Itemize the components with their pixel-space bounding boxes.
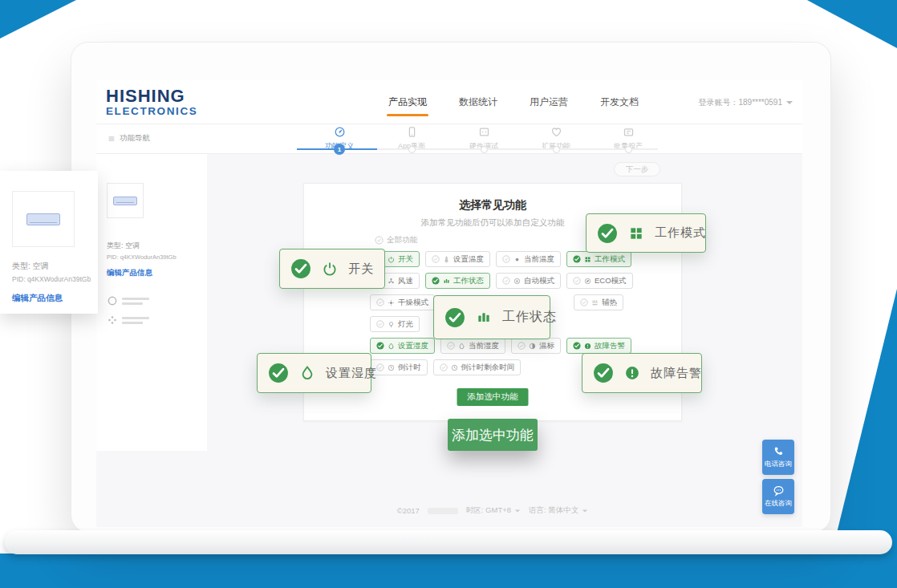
feature-chip[interactable]: 工作模式	[566, 251, 631, 267]
callout-label: 设置湿度	[326, 366, 377, 381]
auto-icon	[513, 278, 521, 285]
nav-item[interactable]: 用户运营	[528, 91, 570, 114]
brand-logo-line1: HISHING	[106, 87, 197, 105]
uncheck-circle-icon	[432, 255, 440, 263]
brand-logo-line2: ELECTRONICS	[106, 106, 197, 117]
phone-icon	[406, 126, 418, 138]
wizard-main: 类型: 空调 PID: q4KXWodurAn39tGb 编辑产品信息 下一步 …	[96, 154, 802, 527]
product-thumbnail	[107, 183, 144, 218]
feature-callout-2: 工作模式	[586, 213, 706, 253]
voice-service-badge-2[interactable]	[107, 314, 149, 326]
air-conditioner-image	[26, 213, 60, 225]
check-circle-icon	[593, 363, 614, 383]
alert-icon	[624, 365, 640, 381]
feature-chip[interactable]: 辅热	[574, 294, 623, 310]
feature-chip-label: 设置温度	[453, 254, 484, 265]
select-all-checkbox[interactable]: 全部功能	[375, 235, 417, 245]
next-step-button[interactable]: 下一步	[614, 162, 660, 176]
grid-icon	[628, 225, 644, 241]
edit-product-link[interactable]: 编辑产品信息	[107, 268, 152, 278]
feature-chip-label: 干燥模式	[398, 298, 428, 308]
feature-chip-label: 设置湿度	[398, 341, 428, 351]
product-type: 类型: 空调	[12, 261, 49, 272]
uncheck-circle-icon	[573, 277, 581, 285]
step-node-4	[553, 146, 560, 153]
menu-icon	[108, 135, 116, 143]
feature-chip-label: 故障告警	[595, 341, 625, 351]
account-menu[interactable]: 登录账号：189****0591	[699, 80, 794, 124]
feature-chip[interactable]: 灯光	[370, 316, 420, 332]
feature-chip[interactable]: 温标	[511, 338, 561, 354]
feature-chip[interactable]: 倒计时	[370, 359, 428, 375]
nav-item[interactable]: 数据统计	[457, 91, 499, 114]
badge-text-placeholder	[122, 317, 149, 324]
alert-icon	[584, 343, 591, 350]
bulb-icon	[388, 321, 395, 328]
feature-chip-label: 开关	[398, 254, 413, 265]
support-buttons: 电话咨询在线咨询	[762, 440, 794, 514]
feature-chip[interactable]: 当前温度	[496, 251, 561, 267]
eco-icon	[584, 278, 591, 285]
feature-chip[interactable]: 倒计时剩余时间	[433, 359, 522, 375]
select-all-label: 全部功能	[387, 235, 417, 245]
board-icon	[478, 126, 490, 138]
feature-chip-label: 风速	[398, 276, 413, 286]
app-footer: ©2017 时区: GMT+8 语言: 简体中文	[303, 505, 682, 516]
halfmoon-icon	[529, 343, 536, 350]
dot-icon	[513, 256, 521, 263]
power-icon	[388, 256, 395, 263]
feature-chip-label: 倒计时剩余时间	[461, 363, 515, 373]
feature-callout-3: 工作状态	[433, 295, 550, 339]
callout-label: 工作状态	[502, 309, 557, 326]
feature-chip[interactable]: 设置湿度	[370, 338, 435, 354]
function-nav-toggle[interactable]: 功能导航	[108, 133, 150, 144]
language-select[interactable]: 语言: 简体中文	[529, 505, 588, 516]
feature-chip-label: 工作模式	[595, 254, 625, 265]
feature-chip[interactable]: ECO模式	[566, 273, 633, 289]
clock-icon	[388, 364, 395, 371]
check-circle-icon	[432, 277, 440, 285]
background-shape-top-right	[802, 0, 897, 48]
edit-product-link[interactable]: 编辑产品信息	[12, 293, 63, 304]
nav-item[interactable]: 产品实现	[387, 91, 428, 114]
feature-chip-label: 灯光	[398, 319, 413, 330]
chevron-down-icon	[786, 101, 793, 104]
feature-chip[interactable]: 工作状态	[425, 273, 490, 289]
uncheck-circle-icon	[376, 363, 384, 371]
feature-chip[interactable]: 设置温度	[425, 251, 490, 267]
nav-item[interactable]: 开发文档	[599, 91, 640, 114]
clock-icon	[451, 364, 458, 371]
timezone-select[interactable]: 时区: GMT+8	[466, 505, 521, 516]
chat-icon	[773, 485, 785, 497]
support-label: 电话咨询	[765, 460, 792, 469]
feature-chip[interactable]: 故障告警	[566, 338, 631, 354]
chevron-down-icon	[515, 509, 520, 512]
voice-service-badge-1[interactable]	[107, 295, 149, 306]
feature-chip[interactable]: 自动模式	[496, 273, 561, 289]
feature-chip-label: 当前湿度	[469, 341, 499, 351]
step-node-2	[408, 146, 416, 153]
support-button-1[interactable]: 电话咨询	[762, 440, 794, 475]
uncheck-circle-icon	[518, 342, 526, 350]
feature-chip[interactable]: 干燥模式	[370, 294, 435, 310]
product-pid: PID: q4KXWodurAn39tGb	[107, 253, 177, 261]
feature-chip-label: 辅热	[602, 298, 617, 308]
power-icon	[322, 261, 338, 277]
step-node-5	[625, 146, 632, 153]
copyright: ©2017	[397, 506, 420, 515]
uncheck-circle-icon	[440, 363, 448, 371]
support-label: 在线咨询	[765, 499, 792, 509]
check-circle-icon	[597, 223, 618, 244]
support-button-2[interactable]: 在线咨询	[762, 479, 794, 514]
thermometer-icon	[443, 256, 450, 263]
feature-chip[interactable]: 当前湿度	[440, 338, 505, 354]
droplet-icon	[388, 343, 395, 350]
add-selected-button[interactable]: 添加选中功能	[457, 388, 529, 406]
add-selected-button-magnified[interactable]: 添加选中功能	[448, 419, 538, 451]
feature-chip-label: 倒计时	[398, 363, 421, 373]
step-node-1: 1	[334, 144, 345, 155]
phone-call-icon	[773, 445, 785, 457]
app-screen: HISHING ELECTRONICS 产品实现数据统计用户运营开发文档 登录账…	[96, 80, 802, 527]
brand-logo: HISHING ELECTRONICS	[106, 87, 197, 117]
chevron-down-icon	[582, 509, 587, 512]
